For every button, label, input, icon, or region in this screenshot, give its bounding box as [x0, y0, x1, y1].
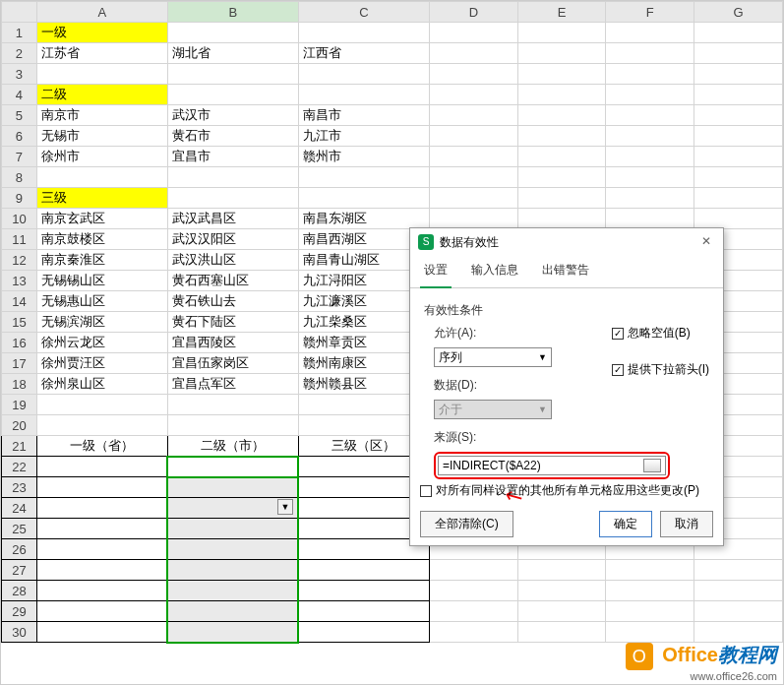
cell[interactable] [167, 601, 298, 622]
cell[interactable] [517, 85, 606, 105]
cell[interactable] [517, 560, 606, 581]
cell[interactable] [517, 601, 606, 622]
cell[interactable]: 徐州市 [36, 147, 167, 167]
cell[interactable]: 无锡市 [36, 126, 167, 147]
tab-input-message[interactable]: 输入信息 [467, 256, 522, 287]
row-header[interactable]: 1 [2, 23, 37, 43]
cell[interactable] [694, 209, 783, 229]
cell[interactable] [36, 519, 167, 539]
cell[interactable] [694, 560, 783, 581]
cell[interactable]: 黄石下陆区 [167, 312, 298, 333]
cell[interactable] [694, 64, 783, 85]
tab-error-alert[interactable]: 出错警告 [538, 256, 593, 287]
cell[interactable] [517, 105, 606, 126]
row-header[interactable]: 2 [2, 43, 37, 64]
cell[interactable]: 南京市 [36, 105, 167, 126]
cell[interactable] [429, 188, 517, 209]
dropdown-arrow-checkbox[interactable]: ✓ [612, 364, 624, 376]
cell[interactable] [694, 126, 783, 147]
clear-all-button[interactable]: 全部清除(C) [420, 511, 513, 537]
row-header[interactable]: 4 [2, 85, 37, 105]
cell[interactable] [167, 64, 298, 85]
ignore-blank-checkbox[interactable]: ✓ [612, 328, 624, 340]
cell[interactable]: 南昌东湖区 [298, 209, 429, 229]
cell[interactable] [606, 64, 694, 85]
cell[interactable] [167, 188, 298, 209]
cell[interactable]: 南京秦淮区 [36, 250, 167, 271]
row-header[interactable]: 23 [2, 477, 37, 498]
cell[interactable] [167, 415, 298, 436]
cell[interactable]: 九江市 [298, 126, 429, 147]
cell[interactable] [429, 581, 517, 601]
row-header[interactable]: 19 [2, 395, 37, 415]
row-header[interactable]: 28 [2, 581, 37, 601]
cell[interactable] [298, 560, 429, 581]
row-header[interactable]: 6 [2, 126, 37, 147]
cell[interactable] [429, 126, 517, 147]
cell[interactable]: 三级 [36, 188, 167, 209]
col-header-A[interactable]: A [36, 2, 167, 23]
cell[interactable]: 赣州市 [298, 147, 429, 167]
cell[interactable] [36, 457, 167, 477]
row-header[interactable]: 24 [2, 498, 37, 519]
row-header[interactable]: 8 [2, 167, 37, 188]
cell[interactable] [298, 85, 429, 105]
cell[interactable] [606, 147, 694, 167]
cell[interactable]: 宜昌市 [167, 147, 298, 167]
cell[interactable] [36, 622, 167, 643]
row-header[interactable]: 25 [2, 519, 37, 539]
cell[interactable] [429, 167, 517, 188]
cell[interactable] [298, 622, 429, 643]
cell[interactable] [298, 601, 429, 622]
cell[interactable]: 二级（市） [167, 436, 298, 457]
cell[interactable] [606, 105, 694, 126]
cell[interactable]: 黄石市 [167, 126, 298, 147]
cell[interactable] [36, 395, 167, 415]
row-header[interactable]: 11 [2, 229, 37, 250]
row-header[interactable]: 16 [2, 333, 37, 353]
row-header[interactable]: 15 [2, 312, 37, 333]
cell[interactable] [606, 43, 694, 64]
cell[interactable]: 宜昌西陵区 [167, 333, 298, 353]
cell[interactable] [694, 167, 783, 188]
cell[interactable]: 宜昌伍家岗区 [167, 353, 298, 374]
cell[interactable] [517, 147, 606, 167]
cell[interactable] [429, 105, 517, 126]
cell[interactable]: 武汉武昌区 [167, 209, 298, 229]
cell[interactable] [606, 85, 694, 105]
row-header[interactable]: 14 [2, 291, 37, 312]
cell[interactable] [167, 622, 298, 643]
cell[interactable] [606, 23, 694, 43]
row-header[interactable]: 17 [2, 353, 37, 374]
cell[interactable] [694, 581, 783, 601]
cell[interactable] [36, 415, 167, 436]
cell[interactable] [167, 477, 298, 498]
col-header-G[interactable]: G [694, 2, 783, 23]
cell[interactable] [167, 581, 298, 601]
cell[interactable] [167, 539, 298, 560]
cell[interactable] [517, 167, 606, 188]
cell[interactable]: 二级 [36, 85, 167, 105]
row-header[interactable]: 5 [2, 105, 37, 126]
cell[interactable]: 黄石铁山去 [167, 291, 298, 312]
cell[interactable] [606, 601, 694, 622]
cell[interactable] [167, 85, 298, 105]
row-header[interactable]: 21 [2, 436, 37, 457]
row-header[interactable]: 26 [2, 539, 37, 560]
cell[interactable] [167, 395, 298, 415]
cell[interactable]: 湖北省 [167, 43, 298, 64]
row-header[interactable]: 7 [2, 147, 37, 167]
cell[interactable] [429, 560, 517, 581]
cell[interactable] [694, 601, 783, 622]
cell[interactable] [429, 85, 517, 105]
cell[interactable] [36, 64, 167, 85]
row-header[interactable]: 12 [2, 250, 37, 271]
cell[interactable] [517, 188, 606, 209]
cell[interactable] [606, 126, 694, 147]
col-header-B[interactable]: B [167, 2, 298, 23]
row-header[interactable]: 9 [2, 188, 37, 209]
cell[interactable] [298, 64, 429, 85]
cell[interactable] [36, 498, 167, 519]
cell[interactable] [694, 23, 783, 43]
cell[interactable] [517, 23, 606, 43]
